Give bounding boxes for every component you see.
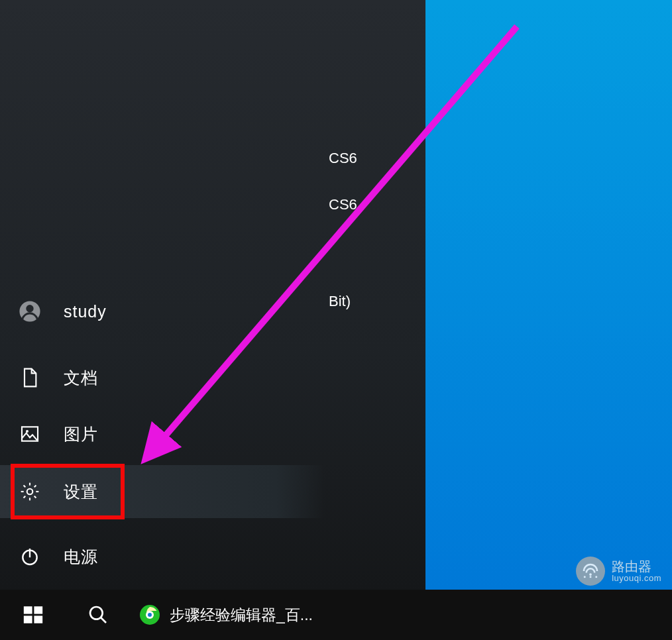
svg-point-15 [148, 613, 152, 617]
windows-logo-icon [22, 604, 44, 626]
svg-point-16 [589, 573, 592, 576]
app-item-fragment-cs6-2[interactable]: CS6 [329, 196, 357, 213]
taskbar: 步骤经验编辑器_百... [0, 590, 672, 640]
svg-line-12 [101, 617, 106, 623]
pictures-label: 图片 [64, 423, 98, 445]
app-item-fragment-cs6-1[interactable]: CS6 [329, 150, 357, 167]
watermark-sub: luyouqi.com [612, 574, 661, 583]
user-account-label: study [64, 302, 107, 321]
settings-item[interactable]: 设置 [0, 465, 325, 518]
browser-360-icon [137, 602, 163, 628]
gear-icon [19, 480, 41, 503]
power-item[interactable]: 电源 [0, 530, 325, 583]
taskbar-app-title: 步骤经验编辑器_百... [170, 605, 313, 625]
watermark-icon [576, 557, 605, 586]
svg-point-17 [584, 576, 586, 578]
watermark-title: 路由器 [612, 559, 661, 574]
svg-point-19 [595, 576, 597, 578]
user-icon [19, 300, 41, 323]
pictures-item[interactable]: 图片 [0, 407, 325, 460]
svg-point-3 [26, 430, 28, 433]
svg-rect-8 [34, 606, 42, 613]
start-menu-left-rail: study 文档 图片 [0, 0, 325, 590]
svg-point-11 [90, 607, 103, 619]
user-account-item[interactable]: study [0, 285, 325, 338]
svg-rect-10 [34, 615, 42, 623]
document-icon [19, 366, 41, 389]
picture-icon [19, 423, 41, 445]
svg-point-1 [26, 305, 33, 312]
svg-point-4 [27, 489, 33, 495]
svg-point-18 [590, 576, 592, 578]
watermark: 路由器 luyouqi.com [576, 557, 661, 586]
power-icon [19, 545, 41, 568]
taskbar-search-button[interactable] [66, 590, 130, 640]
svg-rect-9 [24, 615, 32, 623]
documents-item[interactable]: 文档 [0, 351, 325, 404]
settings-label: 设置 [64, 481, 98, 503]
documents-label: 文档 [64, 367, 98, 389]
power-label: 电源 [64, 546, 98, 568]
start-button[interactable] [0, 590, 66, 640]
taskbar-app-item[interactable]: 步骤经验编辑器_百... [130, 590, 325, 640]
app-item-fragment-bit[interactable]: Bit) [329, 293, 351, 310]
svg-rect-7 [24, 606, 32, 613]
search-icon [87, 604, 109, 625]
